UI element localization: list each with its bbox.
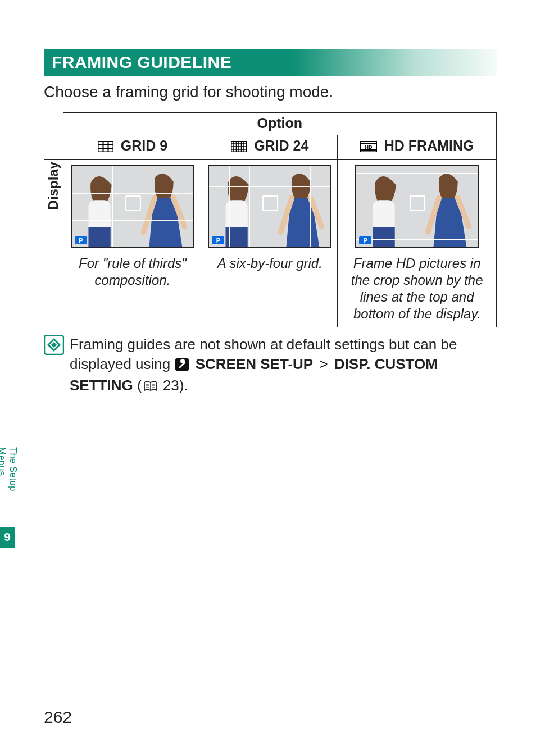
- section-heading: FRAMING GUIDELINE: [44, 49, 497, 76]
- p-badge: P: [212, 236, 224, 244]
- page-ref-icon: [143, 377, 158, 397]
- wrench-icon: [175, 356, 189, 376]
- side-tab: The Setup Menus 9: [0, 444, 15, 548]
- note-icon: [44, 335, 64, 355]
- p-badge: P: [359, 236, 371, 244]
- note-text: Framing guides are not shown at default …: [70, 335, 497, 397]
- page-number: 262: [44, 708, 72, 727]
- side-tab-chapter: 9: [0, 527, 15, 548]
- grid24-icon: [231, 139, 251, 155]
- caption-hd: Frame HD pictures in the crop shown by t…: [343, 255, 490, 322]
- col-head-hd: HD HD FRAMING: [338, 135, 497, 160]
- focus-box: [125, 195, 141, 211]
- section-intro: Choose a framing grid for shooting mode.: [44, 83, 497, 101]
- col-label: GRID 24: [254, 138, 308, 153]
- grid9-icon: [98, 139, 117, 155]
- side-tab-label: The Setup Menus: [0, 444, 19, 527]
- svg-rect-0: [98, 142, 113, 152]
- col-head-grid24: GRID 24: [202, 135, 338, 160]
- display-row-label: Display: [44, 160, 63, 327]
- p-badge: P: [75, 236, 87, 244]
- page: FRAMING GUIDELINE Choose a framing grid …: [0, 0, 536, 756]
- cell-grid24: P A six-by-four grid.: [202, 160, 338, 327]
- option-header: Option: [63, 113, 497, 135]
- focus-box: [410, 195, 425, 211]
- cell-grid9: P For "rule of thirds" composition.: [63, 160, 202, 327]
- focus-box: [262, 195, 278, 211]
- note: Framing guides are not shown at default …: [44, 335, 497, 397]
- svg-rect-21: [88, 227, 110, 247]
- preview-hd: P: [355, 165, 479, 248]
- framing-table: Option GRID 9 GRID 24 HD HD FRAMING: [44, 112, 497, 327]
- col-head-grid9: GRID 9: [63, 135, 202, 160]
- hdframing-icon: HD: [360, 139, 381, 155]
- svg-text:HD: HD: [365, 144, 372, 150]
- preview-grid9: P: [71, 165, 194, 248]
- table-corner: [44, 113, 63, 135]
- table-corner2: [44, 135, 63, 160]
- col-label: GRID 9: [121, 138, 167, 153]
- preview-grid24: P: [208, 165, 331, 248]
- cell-hd: P Frame HD pictures in the crop shown by…: [338, 160, 497, 327]
- col-label: HD FRAMING: [384, 138, 474, 153]
- caption-grid9: For "rule of thirds" composition.: [69, 255, 197, 289]
- caption-grid24: A six-by-four grid.: [208, 255, 331, 272]
- svg-rect-31: [373, 227, 395, 247]
